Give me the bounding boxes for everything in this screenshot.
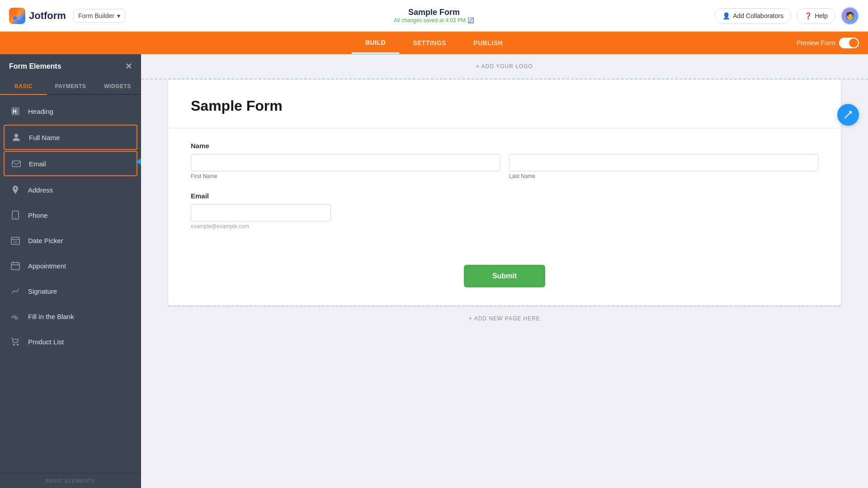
svg-point-15 xyxy=(13,344,15,346)
name-fields: First Name Last Name xyxy=(191,154,818,179)
fillblank-icon: Abgh xyxy=(9,310,22,323)
email-input[interactable] xyxy=(191,204,331,221)
add-collaborators-button[interactable]: 👤 Add Collaborators xyxy=(715,8,791,23)
name-field-label: Name xyxy=(191,142,818,150)
form-heading: Sample Form xyxy=(191,98,818,114)
signature-icon xyxy=(9,285,22,297)
svg-point-6 xyxy=(14,134,18,137)
preview-toggle[interactable] xyxy=(839,38,859,48)
saved-status: All changes saved at 4:03 PM 🔄 xyxy=(394,17,474,23)
add-page-bar[interactable]: + ADD NEW PAGE HERE xyxy=(168,305,841,331)
toggle-knob xyxy=(849,38,858,47)
preview-form-toggle: Preview Form xyxy=(797,38,859,48)
appointment-label: Appointment xyxy=(28,262,66,270)
form-title-section: Sample Form xyxy=(168,80,841,128)
floating-action-button[interactable] xyxy=(837,104,859,126)
close-sidebar-button[interactable]: ✕ xyxy=(125,61,132,71)
chevron-down-icon: ▾ xyxy=(117,12,120,19)
form-title: Sample Form xyxy=(394,8,474,17)
saved-text: All changes saved at 4:03 PM xyxy=(394,17,466,23)
last-name-input[interactable] xyxy=(509,154,818,171)
appointment-icon xyxy=(9,259,22,272)
datepicker-label: Date Picker xyxy=(28,237,63,244)
phone-label: Phone xyxy=(28,211,47,219)
tab-settings[interactable]: SETTINGS xyxy=(399,33,460,53)
signature-label: Signature xyxy=(28,287,57,295)
sidebar-items: H Heading Full Name Email xyxy=(0,95,141,473)
sidebar-item-email[interactable]: Email xyxy=(4,151,137,176)
help-icon: ❓ xyxy=(804,12,812,19)
sidebar-item-phone[interactable]: Phone xyxy=(0,202,141,228)
sidebar-header: Form Elements ✕ xyxy=(0,54,141,79)
svg-rect-0 xyxy=(13,12,17,15)
svg-point-8 xyxy=(14,188,16,189)
add-logo-text: + ADD YOUR LOGO xyxy=(476,63,533,70)
sidebar: Form Elements ✕ BASIC PAYMENTS WIDGETS H… xyxy=(0,54,141,488)
svg-rect-1 xyxy=(18,12,21,15)
fillblank-label: Fill in the Blank xyxy=(28,313,74,320)
help-label: Help xyxy=(815,12,828,19)
brand-name: Jotform xyxy=(29,10,66,22)
add-collaborators-label: Add Collaborators xyxy=(733,12,783,19)
svg-text:H: H xyxy=(13,108,17,115)
fullname-label: Full Name xyxy=(29,134,60,141)
sidebar-item-appointment[interactable]: Appointment xyxy=(0,253,141,278)
phone-icon xyxy=(9,209,22,221)
nav-left: Jotform Form Builder ▾ xyxy=(9,8,125,24)
svg-point-9 xyxy=(15,217,16,218)
svg-rect-2 xyxy=(13,16,17,20)
add-page-text: + ADD NEW PAGE HERE xyxy=(469,315,540,322)
email-field-label: Email xyxy=(191,192,818,200)
sidebar-item-fullname[interactable]: Full Name xyxy=(4,125,137,150)
heading-icon: H xyxy=(9,105,22,117)
last-name-field: Last Name xyxy=(509,154,818,179)
form-card: Sample Form Name First Name Last Name xyxy=(168,80,841,305)
sidebar-title: Form Elements xyxy=(9,62,61,70)
submit-section: Submit xyxy=(168,260,841,305)
fullname-icon xyxy=(10,131,23,144)
address-icon xyxy=(9,183,22,196)
tab-publish[interactable]: PUBLISH xyxy=(460,33,516,53)
sidebar-item-signature[interactable]: Signature xyxy=(0,278,141,304)
user-icon: 👤 xyxy=(722,12,730,19)
tab-widgets[interactable]: WIDGETS xyxy=(94,79,141,94)
first-name-input[interactable] xyxy=(191,154,500,171)
form-builder-label: Form Builder xyxy=(78,12,114,19)
address-label: Address xyxy=(28,186,53,194)
tab-build[interactable]: BUILD xyxy=(352,33,399,54)
tab-bar: BUILD SETTINGS PUBLISH Preview Form xyxy=(0,32,868,54)
email-field-group: Email example@example.com xyxy=(191,192,818,230)
avatar[interactable]: 🧑 xyxy=(841,7,859,25)
sidebar-tabs: BASIC PAYMENTS WIDGETS xyxy=(0,79,141,95)
form-builder-button[interactable]: Form Builder ▾ xyxy=(73,9,125,23)
nav-center: Sample Form All changes saved at 4:03 PM… xyxy=(394,8,474,23)
svg-text:gh: gh xyxy=(15,317,19,320)
tab-payments[interactable]: PAYMENTS xyxy=(47,79,94,94)
sidebar-item-address[interactable]: Address xyxy=(0,177,141,202)
help-button[interactable]: ❓ Help xyxy=(797,8,835,23)
nav-right: 👤 Add Collaborators ❓ Help 🧑 xyxy=(715,7,859,25)
submit-button[interactable]: Submit xyxy=(464,265,545,287)
sidebar-item-heading[interactable]: H Heading xyxy=(0,99,141,124)
form-canvas: + ADD YOUR LOGO Sample Form Name First N… xyxy=(141,54,868,488)
add-logo-bar[interactable]: + ADD YOUR LOGO xyxy=(141,54,868,80)
productlist-label: Product List xyxy=(28,338,64,346)
svg-text:10: 10 xyxy=(13,240,17,244)
svg-point-16 xyxy=(17,344,19,346)
sidebar-item-fillblank[interactable]: Abgh Fill in the Blank xyxy=(0,304,141,329)
email-hint: example@example.com xyxy=(191,223,818,230)
sidebar-item-productlist[interactable]: Product List xyxy=(0,329,141,354)
main-layout: Form Elements ✕ BASIC PAYMENTS WIDGETS H… xyxy=(0,54,868,488)
datepicker-icon: 10 xyxy=(9,234,22,247)
email-label: Email xyxy=(29,160,46,168)
name-field-group: Name First Name Last Name xyxy=(191,142,818,179)
sidebar-item-datepicker[interactable]: 10 Date Picker xyxy=(0,228,141,253)
svg-rect-12 xyxy=(11,263,19,270)
preview-form-label: Preview Form xyxy=(797,39,835,47)
logo-icon xyxy=(9,8,25,24)
productlist-icon xyxy=(9,335,22,348)
first-name-sublabel: First Name xyxy=(191,173,500,179)
tab-basic[interactable]: BASIC xyxy=(0,79,47,95)
cursor-arrow xyxy=(135,157,141,168)
heading-label: Heading xyxy=(28,108,53,115)
